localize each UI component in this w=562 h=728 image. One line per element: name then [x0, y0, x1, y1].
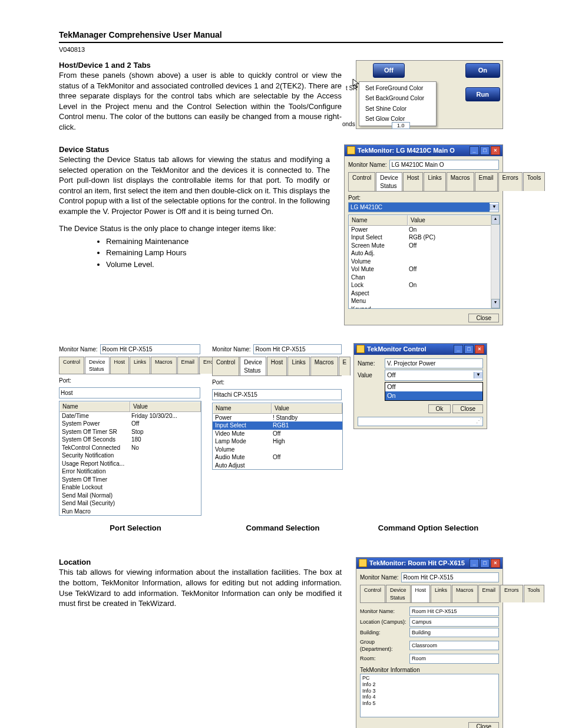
field-input[interactable]: Campus: [409, 617, 499, 627]
tab-control[interactable]: Control: [360, 585, 385, 602]
option-off[interactable]: Off: [385, 383, 482, 391]
minimize-icon[interactable]: _: [454, 345, 463, 354]
table-row[interactable]: Lamp ModeHigh: [213, 437, 342, 446]
minimize-icon[interactable]: _: [470, 559, 479, 568]
tab-links[interactable]: Links: [287, 357, 309, 375]
tab-macros[interactable]: Macros: [447, 172, 474, 191]
tab-errors[interactable]: Errors: [498, 172, 523, 191]
field-input[interactable]: Room Hit CP-X515: [409, 607, 499, 616]
maximize-icon[interactable]: □: [464, 345, 474, 354]
status-grid[interactable]: Name Value Date/TimeFriday 10/30/20...Sy…: [59, 401, 201, 516]
scroll-down-icon[interactable]: ▾: [491, 299, 500, 308]
port-value[interactable]: Hitachi CP-X515: [212, 389, 342, 401]
table-row[interactable]: Screen MuteOff: [349, 242, 500, 250]
field-input[interactable]: Room: [409, 654, 499, 663]
run-button[interactable]: Run: [465, 87, 500, 102]
tab-macros[interactable]: Macros: [452, 585, 478, 602]
table-row[interactable]: Security Notification: [59, 452, 201, 460]
minimize-icon[interactable]: _: [470, 146, 479, 155]
table-row[interactable]: Usage Report Notifica...: [59, 460, 201, 468]
option-on[interactable]: On: [385, 391, 482, 400]
monitor-name-field[interactable]: Room Hit CP-X515: [401, 572, 499, 583]
table-row[interactable]: PowerOn: [349, 226, 500, 234]
tab-device-status[interactable]: Device Status: [85, 357, 110, 374]
table-row[interactable]: TekControl ConnectedNo: [59, 444, 201, 452]
port-dropdown[interactable]: LG M4210C ▼: [348, 202, 499, 213]
menu-item[interactable]: Set ForeGround Color: [359, 83, 436, 94]
table-row[interactable]: Volume: [349, 258, 500, 266]
tab-email[interactable]: Email: [478, 585, 500, 602]
host-box[interactable]: Host: [59, 387, 200, 399]
table-row[interactable]: System Off Timer SRStop: [59, 428, 201, 436]
tab-strip[interactable]: Control Device Status Host Links Macros …: [348, 172, 499, 192]
close-icon[interactable]: ×: [475, 345, 484, 354]
maximize-icon[interactable]: □: [480, 146, 490, 155]
tab-device-status[interactable]: Device Status: [376, 172, 402, 191]
chevron-down-icon[interactable]: ▼: [490, 204, 498, 210]
tab-tools[interactable]: Tools: [523, 172, 545, 191]
monitor-name-field[interactable]: Room Hit CP-X515: [100, 344, 200, 355]
tab-device-status[interactable]: Device Status: [386, 585, 411, 602]
table-row[interactable]: Menu: [349, 297, 500, 305]
table-row[interactable]: Input SelectRGB (PC): [349, 233, 500, 242]
table-row[interactable]: Power! Standby: [213, 414, 342, 422]
value-dropdown[interactable]: Off ▼: [385, 370, 483, 381]
menu-item[interactable]: Set BackGround Color: [359, 93, 436, 104]
tab-host[interactable]: Host: [403, 172, 424, 191]
table-row[interactable]: Video MuteOff: [213, 430, 342, 438]
on-button[interactable]: On: [465, 63, 500, 78]
table-row[interactable]: Vol MuteOff: [349, 265, 500, 274]
tab-macros[interactable]: Macros: [310, 357, 338, 375]
scroll-up-icon[interactable]: ▴: [491, 215, 500, 225]
tab-control[interactable]: Control: [59, 357, 84, 374]
table-row[interactable]: Volume: [213, 446, 342, 454]
tab-tools[interactable]: Tools: [524, 585, 544, 602]
table-row[interactable]: Run Macro: [59, 508, 201, 516]
ok-button[interactable]: Ok: [428, 404, 451, 413]
table-row[interactable]: Date/TimeFriday 10/30/20...: [59, 412, 201, 420]
scrollbar[interactable]: ▴ ▾: [491, 215, 500, 308]
status-grid[interactable]: Name Value PowerOnInput SelectRGB (PC)Sc…: [348, 215, 500, 309]
tab-host[interactable]: Host: [110, 357, 130, 374]
table-row[interactable]: Send Mail (Normal): [59, 492, 201, 500]
off-button[interactable]: Off: [373, 63, 405, 78]
table-row[interactable]: LockOn: [349, 281, 500, 289]
tekmonitor-info-box[interactable]: PCInfo 2Info 3Info 4Info 5: [360, 674, 499, 717]
close-icon[interactable]: ×: [491, 559, 500, 568]
field-input[interactable]: Classroom: [409, 641, 499, 650]
table-row[interactable]: Audio MuteOff: [213, 453, 342, 462]
tab-host[interactable]: Host: [411, 585, 431, 602]
tab-links[interactable]: Links: [424, 172, 445, 191]
tab-links[interactable]: Links: [431, 585, 451, 602]
table-row[interactable]: System Off Timer: [59, 476, 201, 484]
table-row[interactable]: Chan: [349, 274, 500, 282]
table-row[interactable]: System Off Seconds180: [59, 436, 201, 444]
tab-macros[interactable]: Macros: [151, 357, 177, 374]
close-icon[interactable]: ×: [491, 146, 500, 155]
tab-strip[interactable]: Control Device Status Host Links Macros …: [360, 585, 499, 602]
tab-email[interactable]: Email: [475, 172, 498, 191]
table-row[interactable]: System PowerOff: [59, 420, 201, 428]
tab-errors[interactable]: Errors: [500, 585, 523, 602]
tab-links[interactable]: Links: [130, 357, 150, 374]
close-button[interactable]: Close: [468, 314, 499, 322]
tab-device-status[interactable]: Device Status: [240, 357, 266, 375]
table-row[interactable]: Keypad: [349, 305, 500, 308]
menu-item[interactable]: Set Shine Color: [359, 104, 436, 114]
field-input[interactable]: Building: [409, 628, 499, 637]
tab-control[interactable]: Control: [348, 172, 375, 191]
tab-strip[interactable]: Control Device Status Host Links Macros …: [212, 357, 342, 376]
resize-grip-icon[interactable]: ⋰: [476, 417, 482, 425]
table-row[interactable]: Auto Adjust: [213, 462, 342, 470]
table-row[interactable]: Send Mail (Security): [59, 499, 201, 508]
maximize-icon[interactable]: □: [480, 559, 490, 568]
monitor-name-field[interactable]: Room Hit CP-X515: [253, 344, 342, 355]
tab-more[interactable]: E: [339, 357, 351, 375]
table-row[interactable]: Enable Lockout: [59, 483, 201, 492]
tab-email[interactable]: Email: [177, 357, 199, 374]
tab-strip[interactable]: Control Device Status Host Links Macros …: [59, 357, 200, 374]
table-row[interactable]: Aspect: [349, 289, 500, 298]
table-row[interactable]: Auto Adj.: [349, 249, 500, 258]
chevron-down-icon[interactable]: ▼: [474, 372, 482, 378]
dropdown-list[interactable]: Off On: [385, 382, 483, 401]
